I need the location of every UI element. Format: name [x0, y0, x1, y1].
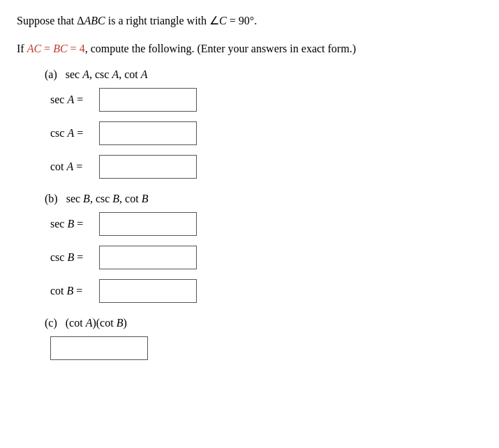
csc-b-label: csc B = — [50, 251, 99, 264]
csc-b-row: csc B = — [50, 246, 482, 269]
sec-a-row: sec A = — [50, 88, 482, 112]
part-c-letter: (c) — [45, 317, 57, 329]
bc-label: BC — [53, 43, 67, 54]
section-b: (b) sec B, csc B, cot B sec B = csc B = … — [45, 193, 482, 303]
sec-b-input[interactable] — [99, 212, 197, 236]
cot-a-row: cot A = — [50, 155, 482, 179]
part-a-label: (a) sec A, csc A, cot A — [45, 68, 482, 81]
part-b-label: (b) sec B, csc B, cot B — [45, 193, 482, 205]
cot-a-label: cot A = — [50, 160, 99, 173]
section-a: (a) sec A, csc A, cot A sec A = csc A = … — [45, 68, 482, 179]
cot-b-row: cot B = — [50, 279, 482, 303]
cot-b-input[interactable] — [99, 279, 197, 303]
csc-a-label: csc A = — [50, 127, 99, 140]
sec-a-label: sec A = — [50, 94, 99, 106]
part-a-letter: (a) — [45, 68, 57, 81]
csc-b-input[interactable] — [99, 246, 197, 269]
intro-line: Suppose that ΔABC is a right triangle wi… — [17, 13, 482, 29]
cot-ab-input[interactable] — [50, 336, 148, 360]
sec-b-label: sec B = — [50, 218, 99, 230]
triangle-name: ABC — [84, 15, 105, 27]
angle-c: C — [219, 15, 227, 27]
cot-b-label: cot B = — [50, 285, 99, 297]
cot-ab-row — [50, 336, 482, 360]
part-c-label: (c) (cot A)(cot B) — [45, 317, 482, 329]
condition-line: If AC = BC = 4, compute the following. (… — [17, 40, 482, 57]
cot-a-input[interactable] — [99, 155, 197, 179]
ac-label: AC — [27, 43, 41, 54]
part-b-desc: sec B, csc B, cot B — [66, 193, 149, 205]
csc-a-row: csc A = — [50, 121, 482, 145]
sec-a-input[interactable] — [99, 88, 197, 112]
part-c-desc: (cot A)(cot B) — [66, 317, 127, 329]
value-label: 4 — [80, 43, 85, 54]
csc-a-input[interactable] — [99, 121, 197, 145]
section-c: (c) (cot A)(cot B) — [45, 317, 482, 360]
sec-b-row: sec B = — [50, 212, 482, 236]
part-a-desc: sec A, csc A, cot A — [66, 68, 148, 81]
part-b-letter: (b) — [45, 193, 58, 205]
